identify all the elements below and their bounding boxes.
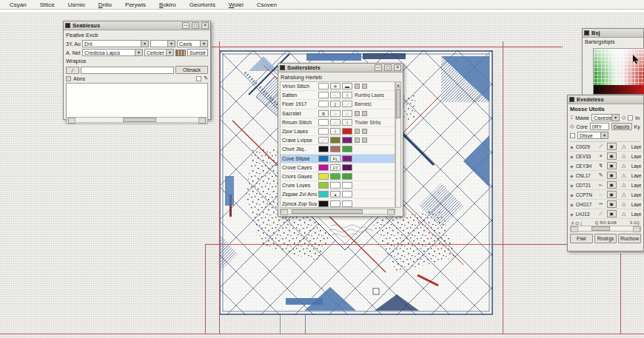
- menu-item-csoven[interactable]: Csoven: [250, 1, 284, 8]
- color-swatch[interactable]: [342, 200, 352, 207]
- stitch-icon[interactable]: ▴: [330, 191, 341, 197]
- toggle-indicator[interactable]: [362, 84, 367, 89]
- horizontal-scrollbar[interactable]: [67, 117, 207, 123]
- triangle-icon[interactable]: △: [619, 211, 629, 217]
- stitch-icon[interactable]: ⁘: [330, 110, 341, 117]
- color-swatch[interactable]: [318, 83, 329, 89]
- color-swatch[interactable]: [330, 146, 341, 152]
- stitch-icon[interactable]: ⌇: [342, 119, 352, 126]
- core-field[interactable]: 0RY: [590, 123, 609, 130]
- in-checkbox[interactable]: [628, 115, 633, 121]
- color-swatch[interactable]: [318, 164, 329, 171]
- footer-icon-group[interactable]: Q RO EAB: [595, 220, 617, 226]
- toggle-indicator[interactable]: [362, 129, 367, 134]
- small-square-icon[interactable]: [570, 133, 575, 138]
- triangle-icon[interactable]: △: [619, 201, 629, 207]
- dialog-titlebar[interactable]: Seablesus — ▢ ✕: [64, 21, 210, 30]
- visibility-icon[interactable]: ◈: [570, 212, 574, 217]
- toggle-indicator[interactable]: [355, 129, 360, 134]
- dialog-titlebar[interactable]: Sodlersbiels — ▢ ✕: [278, 64, 403, 72]
- triangle-icon[interactable]: △: [619, 143, 629, 149]
- diamond-icon[interactable]: ◇: [622, 115, 625, 121]
- list-item[interactable]: Zpnca Zop Suyes: [281, 199, 395, 208]
- panel-footer-icons[interactable]: F O ⟨ Q RO EAB 3-1Q: [570, 220, 641, 226]
- object-button[interactable]: ▣: [607, 143, 617, 150]
- menu-item-csyan[interactable]: Csyan: [3, 1, 33, 8]
- color-swatch[interactable]: [318, 101, 329, 107]
- visibility-icon[interactable]: ◈: [570, 144, 574, 149]
- toggle-indicator[interactable]: [362, 111, 367, 116]
- object-button[interactable]: ▣: [607, 181, 617, 189]
- stitch-icon[interactable]: ▬: [342, 83, 352, 89]
- close-button[interactable]: ✕: [201, 22, 209, 29]
- thread-swatch[interactable]: [175, 50, 186, 56]
- list-item[interactable]: Floer 1917 ʃ ⋰ Barnes): [281, 100, 395, 109]
- stitch-icon[interactable]: B: [318, 110, 329, 117]
- color-swatch[interactable]: [342, 155, 352, 162]
- color-grid-dark-band[interactable]: [594, 85, 644, 94]
- stitch-icon[interactable]: FL: [330, 155, 341, 162]
- option-combo[interactable]: [150, 40, 175, 47]
- outline-combo[interactable]: Credicsa Lapcs: [82, 49, 143, 56]
- stitch-icon[interactable]: ʃ: [330, 101, 341, 107]
- stitch-icon[interactable]: ⌇: [342, 92, 352, 98]
- visibility-icon[interactable]: ◈: [570, 202, 574, 207]
- list-item[interactable]: Crave Lvipse ⋰: [281, 136, 395, 145]
- footer-icon-group[interactable]: F O ⟨: [571, 220, 582, 226]
- triangle-icon[interactable]: △: [619, 172, 629, 178]
- color-swatch[interactable]: [318, 92, 329, 98]
- menu-item-usrnio[interactable]: Usrnio: [61, 1, 92, 8]
- color-swatch[interactable]: [318, 146, 329, 152]
- color-swatch[interactable]: [318, 173, 329, 180]
- list-item[interactable]: Zigpae Zvi Arrote ▴: [281, 190, 395, 199]
- pen-icon[interactable]: ✎: [204, 75, 208, 81]
- maximize-button[interactable]: ▢: [192, 22, 199, 29]
- color-swatch[interactable]: [342, 137, 352, 143]
- visibility-icon[interactable]: ◈: [570, 154, 574, 159]
- list-item[interactable]: Crove Cayes 1Y: [281, 163, 395, 172]
- color-swatch[interactable]: [342, 128, 352, 135]
- visibility-icon[interactable]: ◈: [570, 183, 574, 188]
- toggle-indicator[interactable]: [355, 84, 360, 89]
- minimize-button[interactable]: —: [375, 64, 382, 71]
- object-button[interactable]: ▣: [607, 191, 617, 198]
- panel-titlebar[interactable]: Bsj: [583, 29, 643, 38]
- object-row[interactable]: ◈ CEV33 ⌖ ▣ △ Laye: [570, 152, 641, 161]
- menu-item-wolei[interactable]: Wolei: [222, 1, 250, 8]
- list-item[interactable]: Virion Sttich ✛ ▬: [281, 82, 395, 91]
- vertical-scrollbar[interactable]: ▲: [395, 81, 401, 208]
- rndrgs-button[interactable]: Rndrgs: [594, 234, 617, 243]
- dasots-button[interactable]: Dasots: [611, 123, 632, 130]
- mawe-combo[interactable]: Cavesies: [591, 114, 620, 121]
- maximize-button[interactable]: ▢: [384, 64, 392, 71]
- object-row[interactable]: ◈ CDT21 ⟜ ▣ △ Laye: [570, 180, 641, 190]
- abns-checkbox[interactable]: [196, 76, 201, 81]
- list-item[interactable]: Zpur Layes ⌇: [281, 127, 395, 136]
- abns-icon[interactable]: [66, 76, 71, 81]
- visibility-icon[interactable]: ◈: [570, 192, 574, 197]
- color-swatch[interactable]: [330, 182, 341, 189]
- close-button[interactable]: ✕: [394, 64, 401, 71]
- footer-icon-group[interactable]: 3-1Q: [630, 220, 640, 226]
- stitch-icon[interactable]: ⌇: [330, 128, 341, 135]
- list-item-selected[interactable]: Cove Stipse FL: [281, 155, 395, 163]
- object-button[interactable]: ▣: [607, 172, 617, 179]
- color-swatch[interactable]: [330, 200, 341, 207]
- toggle-indicator[interactable]: [362, 138, 367, 143]
- menu-item-perywis[interactable]: Perywis: [118, 1, 152, 8]
- color-swatch[interactable]: [342, 182, 352, 189]
- density-combo[interactable]: Ceticiet: [144, 49, 174, 56]
- stitch-icon[interactable]: ⁙: [342, 110, 352, 117]
- color-grid[interactable]: [593, 48, 644, 95]
- triangle-icon[interactable]: △: [619, 182, 629, 188]
- fiwl-button[interactable]: Fiwl: [570, 234, 593, 243]
- stitch-icon[interactable]: ⋰: [342, 101, 352, 107]
- wrap-input[interactable]: [81, 67, 174, 74]
- color-swatch[interactable]: [342, 191, 352, 197]
- object-row[interactable]: ◈ CEY3H ↯ ▣ △ Laye: [570, 161, 641, 171]
- triangle-icon[interactable]: △: [619, 153, 629, 159]
- stitch-icon[interactable]: 1Y: [330, 164, 341, 171]
- stitch-icon[interactable]: ✛: [330, 83, 341, 89]
- horizontal-scrollbar[interactable]: [570, 226, 641, 231]
- wrap-list-box[interactable]: [66, 83, 208, 124]
